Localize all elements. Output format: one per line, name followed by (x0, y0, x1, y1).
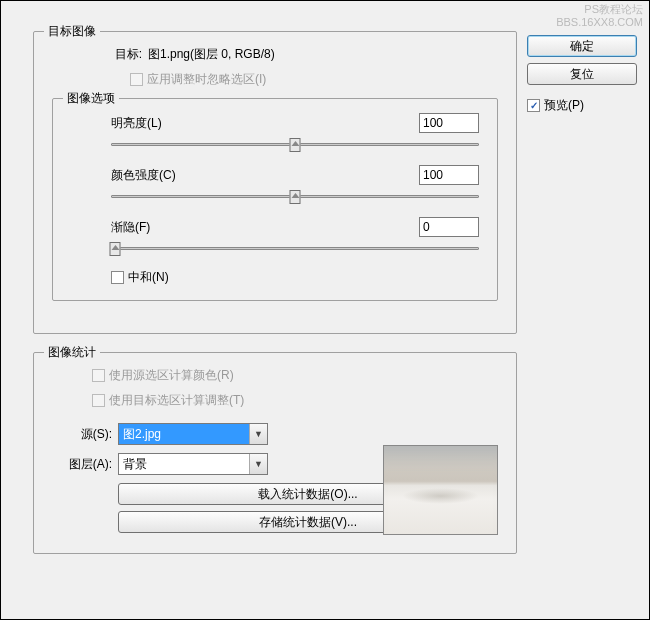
ok-button[interactable]: 确定 (527, 35, 637, 57)
color-intensity-input[interactable] (419, 165, 479, 185)
source-thumbnail (383, 445, 498, 535)
watermark-line2: BBS.16XX8.COM (556, 16, 643, 29)
target-value: 图1.png(图层 0, RGB/8) (148, 46, 275, 63)
color-intensity-slider[interactable] (111, 189, 479, 205)
fade-input[interactable] (419, 217, 479, 237)
use-source-selection-checkbox (92, 369, 105, 382)
ignore-selection-label: 应用调整时忽略选区(I) (147, 71, 266, 88)
color-intensity-label: 颜色强度(C) (111, 167, 176, 184)
ignore-selection-checkbox (130, 73, 143, 86)
luminance-slider[interactable] (111, 137, 479, 153)
chevron-down-icon: ▼ (249, 424, 267, 444)
layer-select[interactable]: 背景 ▼ (118, 453, 268, 475)
watermark-line1: PS教程论坛 (556, 3, 643, 16)
target-image-legend: 目标图像 (44, 23, 100, 40)
chevron-down-icon: ▼ (249, 454, 267, 474)
use-target-selection-checkbox (92, 394, 105, 407)
use-source-selection-label: 使用源选区计算颜色(R) (109, 367, 234, 384)
source-select[interactable]: 图2.jpg ▼ (118, 423, 268, 445)
watermark: PS教程论坛 BBS.16XX8.COM (556, 3, 643, 29)
image-options-legend: 图像选项 (63, 90, 119, 107)
use-target-selection-label: 使用目标选区计算调整(T) (109, 392, 244, 409)
source-select-value: 图2.jpg (119, 424, 249, 444)
image-stats-legend: 图像统计 (44, 344, 100, 361)
luminance-input[interactable] (419, 113, 479, 133)
layer-label: 图层(A): (52, 456, 112, 473)
neutralize-checkbox[interactable] (111, 271, 124, 284)
neutralize-label: 中和(N) (128, 269, 169, 286)
reset-button[interactable]: 复位 (527, 63, 637, 85)
match-color-dialog: PS教程论坛 BBS.16XX8.COM 目标图像 目标: 图1.png(图层 … (0, 0, 650, 620)
fade-label: 渐隐(F) (111, 219, 150, 236)
preview-checkbox[interactable] (527, 99, 540, 112)
image-stats-fieldset: 图像统计 使用源选区计算颜色(R) 使用目标选区计算调整(T) 源(S): 图2… (33, 352, 517, 554)
layer-select-value: 背景 (119, 454, 249, 474)
image-options-fieldset: 图像选项 明亮度(L) 颜色强度(C) (52, 98, 498, 301)
luminance-label: 明亮度(L) (111, 115, 162, 132)
preview-label: 预览(P) (544, 97, 584, 114)
fade-slider[interactable] (111, 241, 479, 257)
target-label: 目标: (82, 46, 142, 63)
source-label: 源(S): (52, 426, 112, 443)
target-image-fieldset: 目标图像 目标: 图1.png(图层 0, RGB/8) 应用调整时忽略选区(I… (33, 31, 517, 334)
